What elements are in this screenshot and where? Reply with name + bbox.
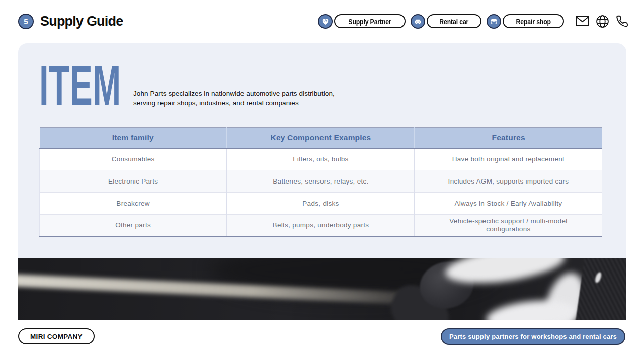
col-header-key-components: Key Component Examples <box>227 128 415 148</box>
section-title: ITEM <box>39 62 121 109</box>
table-cell: Breakcrew <box>40 193 227 215</box>
table-row: Other parts Belts, pumps, underbody part… <box>40 215 602 237</box>
table-cell: Electronic Parts <box>40 170 227 193</box>
car-icon <box>411 14 425 29</box>
phone-icon[interactable] <box>616 15 628 28</box>
table-cell: Always in Stock / Early Availability <box>415 193 602 215</box>
supply-partner-button[interactable]: Supply Partner <box>334 14 406 28</box>
repair-shop-label: Repair shop <box>516 17 550 26</box>
section-description: John Parts specializes in nationwide aut… <box>133 89 335 108</box>
table-cell: Belts, pumps, underbody parts <box>227 215 415 237</box>
top-bar: 5 Supply Guide Supply Partner Rental car <box>18 0 628 42</box>
table-cell: Includes AGM, supports imported cars <box>415 170 602 193</box>
description-line-1: John Parts specializes in nationwide aut… <box>133 89 335 99</box>
photo-steering-rim <box>575 258 626 320</box>
brand: 5 Supply Guide <box>18 14 123 29</box>
supply-partner-label: Supply Partner <box>348 17 391 26</box>
table-cell: Other parts <box>40 215 227 237</box>
rental-car-button[interactable]: Rental car <box>427 14 481 28</box>
header-nav: Supply Partner Rental car Repair shop <box>318 14 628 29</box>
col-header-features: Features <box>415 128 602 148</box>
heart-handshake-icon <box>318 14 333 29</box>
table-cell: Have both original and replacement <box>415 148 602 170</box>
col-header-item-family: Item family <box>40 128 227 148</box>
description-line-2: serving repair shops, industries, and re… <box>133 99 335 108</box>
page-title: Supply Guide <box>40 14 123 29</box>
table-cell: Batteries, sensors, relays, etc. <box>227 170 415 193</box>
table-cell: Pads, disks <box>227 193 415 215</box>
mail-icon[interactable] <box>576 16 589 27</box>
repair-shop-button[interactable]: Repair shop <box>503 14 564 28</box>
company-button[interactable]: MIRI COMPANY <box>18 328 95 344</box>
rental-car-label: Rental car <box>439 17 468 26</box>
table-row: Breakcrew Pads, disks Always in Stock / … <box>40 193 602 215</box>
table-row: Consumables Filters, oils, bulbs Have bo… <box>40 148 602 170</box>
table-cell: Filters, oils, bulbs <box>227 148 415 170</box>
table-cell: Consumables <box>40 148 227 170</box>
table-cell: Vehicle-specific support / multi-model c… <box>415 215 602 237</box>
car-interior-photo <box>18 258 626 320</box>
globe-icon[interactable] <box>596 15 609 28</box>
parts-table: Item family Key Component Examples Featu… <box>39 127 602 237</box>
page-number-badge: 5 <box>18 14 34 29</box>
store-icon <box>487 14 501 29</box>
table-header-row: Item family Key Component Examples Featu… <box>40 128 602 148</box>
table-row: Electronic Parts Batteries, sensors, rel… <box>40 170 602 193</box>
tagline-badge: Parts supply partners for workshops and … <box>441 328 625 345</box>
